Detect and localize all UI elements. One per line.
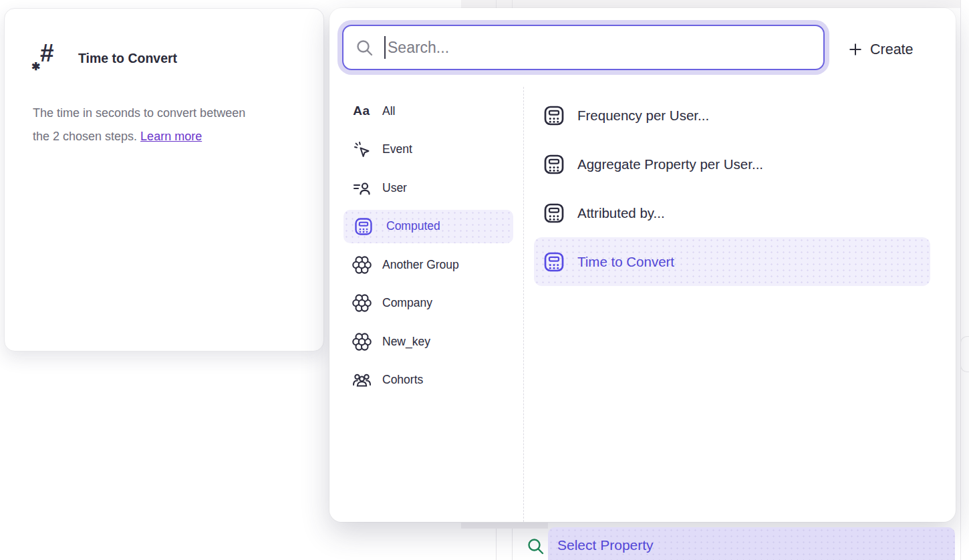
category-item-user[interactable]: User [343, 171, 513, 204]
background-ui-divider [496, 0, 497, 8]
background-ui-divider [512, 529, 513, 560]
result-list: Frequency per User... Aggregate Property… [534, 91, 930, 286]
property-search-icon [527, 537, 545, 555]
result-item-frequency-per-user[interactable]: Frequency per User... [534, 91, 930, 140]
select-property-field[interactable]: Select Property [548, 527, 955, 560]
background-ui-divider [512, 0, 513, 8]
result-label: Time to Convert [577, 254, 674, 270]
property-picker-dropdown: Create Aa All Event [329, 8, 956, 522]
category-list: Aa All Event [343, 94, 513, 397]
calculator-icon [352, 217, 376, 237]
category-item-event[interactable]: Event [343, 133, 513, 166]
category-label: Company [382, 296, 432, 310]
calculator-icon [542, 153, 566, 176]
click-cursor-icon [352, 140, 372, 158]
result-label: Aggregate Property per User... [577, 156, 763, 172]
star-glyph: ✱ [31, 60, 40, 73]
calculator-icon [542, 251, 566, 273]
category-item-all[interactable]: Aa All [343, 94, 513, 128]
hash-glyph: # [40, 39, 54, 67]
learn-more-link[interactable]: Learn more [140, 130, 202, 143]
background-ui-divider [496, 529, 497, 560]
calculator-icon [542, 104, 566, 127]
category-label: All [382, 104, 395, 118]
search-icon [356, 39, 374, 57]
category-label: Computed [386, 219, 440, 233]
text-cursor [384, 36, 386, 59]
category-label: New_key [382, 335, 430, 349]
result-item-time-to-convert[interactable]: Time to Convert [534, 237, 930, 286]
category-label: Cohorts [382, 373, 423, 387]
group-cluster-icon [352, 332, 372, 352]
background-ui-top-edge [461, 0, 960, 8]
category-item-another-group[interactable]: Another Group [343, 248, 513, 281]
category-item-cohorts[interactable]: Cohorts [343, 364, 513, 397]
category-item-new-key[interactable]: New_key [343, 325, 513, 358]
user-list-icon [352, 179, 372, 196]
background-ui-right-edge [960, 0, 961, 560]
result-label: Frequency per User... [577, 108, 709, 124]
search-input[interactable] [388, 27, 823, 67]
background-ui-bottom-edge [461, 523, 548, 529]
tooltip-description: The time in seconds to convert between t… [33, 102, 300, 148]
background-ui-card-corner [960, 336, 969, 372]
tooltip-description-line2: the 2 chosen steps. [33, 130, 140, 143]
select-property-label: Select Property [557, 537, 654, 553]
category-item-company[interactable]: Company [343, 287, 513, 320]
category-label: Event [382, 142, 412, 156]
category-label: Another Group [382, 258, 459, 272]
cohorts-people-icon [352, 372, 372, 388]
group-cluster-icon [352, 255, 372, 275]
create-button[interactable]: Create [844, 31, 918, 68]
calculator-icon [542, 202, 566, 225]
text-aa-icon: Aa [352, 104, 372, 118]
create-button-label: Create [870, 41, 914, 58]
tooltip-title: Time to Convert [78, 49, 177, 67]
result-item-aggregate-property-per-user[interactable]: Aggregate Property per User... [534, 140, 930, 188]
search-field-container[interactable] [342, 25, 825, 70]
result-label: Attributed by... [577, 205, 665, 221]
group-cluster-icon [352, 293, 372, 313]
numeric-hash-icon: # ✱ [31, 42, 65, 77]
column-divider [523, 87, 524, 522]
property-tooltip-card: # ✱ Time to Convert The time in seconds … [4, 8, 324, 352]
plus-icon [848, 42, 863, 57]
category-item-computed[interactable]: Computed [343, 210, 513, 243]
result-item-attributed-by[interactable]: Attributed by... [534, 188, 930, 237]
category-label: User [382, 181, 407, 195]
tooltip-description-line1: The time in seconds to convert between [33, 106, 245, 120]
